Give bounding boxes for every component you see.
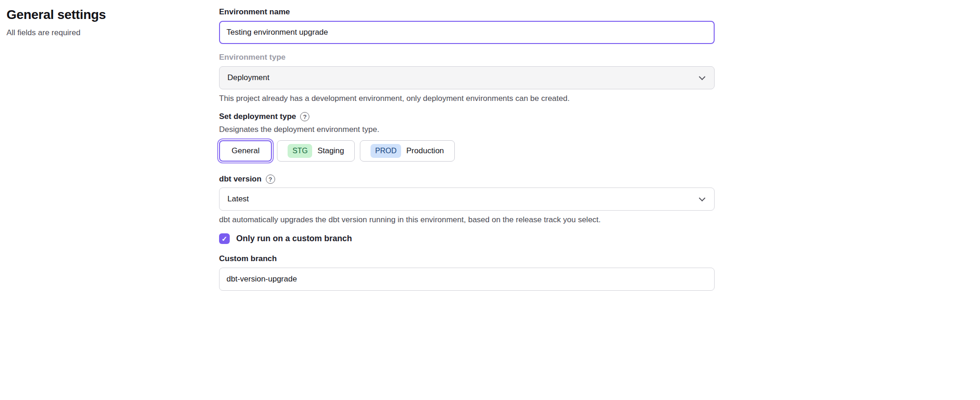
page-title: General settings: [6, 7, 219, 22]
production-badge: PROD: [371, 144, 401, 157]
dbt-version-field: dbt version ? Latest dbt automatically u…: [219, 175, 715, 225]
deployment-type-section: Set deployment type ? Designates the dep…: [219, 112, 715, 162]
dbt-version-title: dbt version: [219, 175, 262, 184]
deployment-type-staging-button[interactable]: STG Staging: [277, 140, 355, 162]
deployment-type-production-label: Production: [406, 146, 444, 156]
custom-branch-checkbox[interactable]: ✓: [219, 233, 230, 244]
dbt-version-select[interactable]: Latest: [219, 188, 715, 211]
dbt-version-heading: dbt version ?: [219, 175, 715, 184]
deployment-type-general-label: General: [232, 146, 259, 156]
custom-branch-toggle-row: ✓ Only run on a custom branch: [219, 233, 715, 244]
help-icon[interactable]: ?: [300, 112, 309, 121]
settings-form: Environment name Environment type Deploy…: [219, 7, 715, 300]
help-icon[interactable]: ?: [266, 175, 275, 184]
environment-type-selected-value: Deployment: [227, 73, 700, 82]
environment-settings-page: General settings All fields are required…: [0, 0, 980, 300]
dbt-version-selected-value: Latest: [227, 194, 700, 204]
environment-name-field: Environment name: [219, 7, 715, 44]
deployment-type-options: General STG Staging PROD Production: [219, 140, 715, 162]
check-icon: ✓: [221, 235, 227, 242]
deployment-type-heading: Set deployment type ?: [219, 112, 715, 121]
environment-type-field: Environment type Deployment This project…: [219, 53, 715, 103]
chevron-down-icon: [699, 73, 705, 80]
deployment-type-general-button[interactable]: General: [219, 140, 272, 162]
environment-type-label: Environment type: [219, 53, 715, 62]
staging-badge: STG: [288, 144, 312, 157]
custom-branch-label: Custom branch: [219, 254, 715, 263]
settings-header: General settings All fields are required: [6, 7, 219, 38]
deployment-type-title: Set deployment type: [219, 112, 296, 121]
deployment-type-description: Designates the deployment environment ty…: [219, 125, 715, 134]
custom-branch-input[interactable]: [219, 268, 715, 291]
chevron-down-icon: [699, 194, 705, 201]
deployment-type-staging-label: Staging: [317, 146, 344, 156]
environment-type-helper: This project already has a development e…: [219, 94, 715, 103]
custom-branch-toggle-label[interactable]: Only run on a custom branch: [236, 234, 352, 244]
environment-type-select[interactable]: Deployment: [219, 66, 715, 89]
environment-name-input[interactable]: [219, 21, 715, 44]
environment-name-label: Environment name: [219, 7, 715, 17]
dbt-version-helper: dbt automatically upgrades the dbt versi…: [219, 215, 715, 225]
deployment-type-production-button[interactable]: PROD Production: [360, 140, 455, 162]
page-subtitle: All fields are required: [6, 28, 219, 38]
custom-branch-field: Custom branch: [219, 254, 715, 291]
